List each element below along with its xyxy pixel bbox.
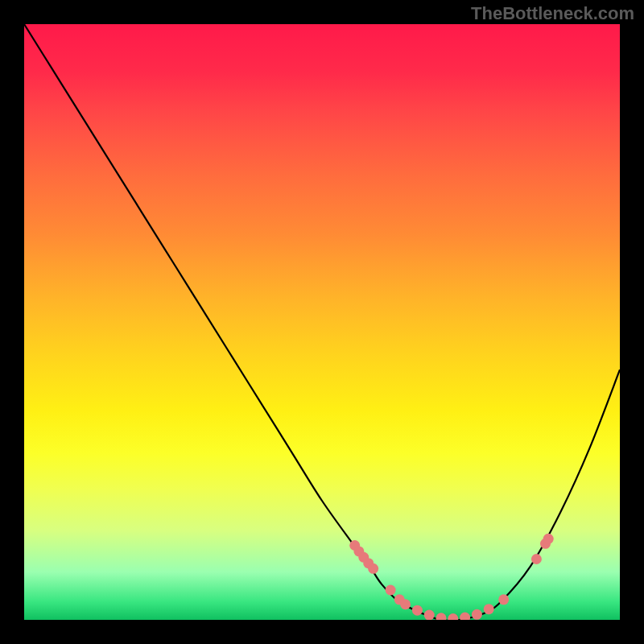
highlight-marker bbox=[484, 604, 494, 614]
chart-plot-area bbox=[24, 24, 620, 620]
bottleneck-curve-line bbox=[24, 24, 620, 620]
chart-svg bbox=[24, 24, 620, 620]
highlight-marker bbox=[531, 554, 542, 564]
highlight-marker bbox=[386, 585, 396, 596]
highlight-marker bbox=[368, 564, 378, 574]
highlight-marker bbox=[460, 613, 470, 620]
highlight-marker bbox=[498, 594, 509, 605]
highlight-marker bbox=[436, 613, 447, 620]
highlight-marker bbox=[448, 613, 458, 620]
highlight-marker bbox=[400, 599, 411, 609]
highlight-marker bbox=[472, 609, 482, 620]
watermark-text: TheBottleneck.com bbox=[471, 3, 634, 24]
highlight-marker bbox=[412, 605, 423, 616]
highlight-marker bbox=[543, 534, 554, 544]
highlight-marker bbox=[424, 610, 435, 620]
